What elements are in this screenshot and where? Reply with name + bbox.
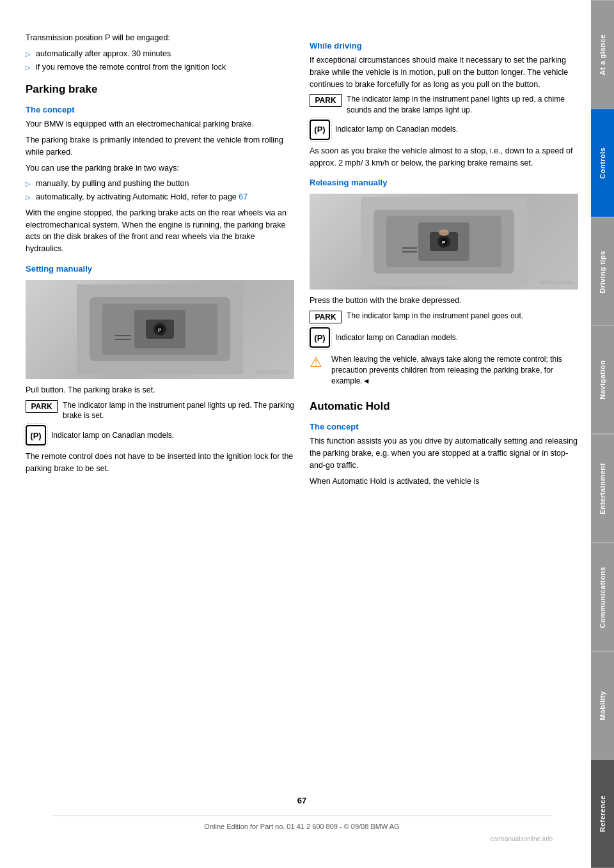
automatic-hold-concept-subtitle: The concept <box>310 422 578 431</box>
concept-para4: With the engine stopped, the parking bra… <box>26 207 294 255</box>
canadian-indicator-set: (P) Indicator lamp on Canadian models. <box>26 425 294 446</box>
automatic-hold-title: Automatic Hold <box>310 400 578 413</box>
concept-para2: The parking brake is primarily intended … <box>26 134 294 159</box>
sidebar-tab-at-a-glance[interactable]: At a glance <box>591 0 614 109</box>
while-driving-subtitle: While driving <box>310 41 578 50</box>
canadian-indicator-set-text: Indicator lamp on Canadian models. <box>51 430 174 441</box>
site-watermark: carmanualsonline.info <box>51 835 553 842</box>
remote-note: The remote control does not have to be i… <box>26 451 294 475</box>
page-footer-text: Online Edition for Part no. 01 41 2 600 … <box>51 816 553 833</box>
warning-text: When leaving the vehicle, always take al… <box>331 354 578 386</box>
automatic-hold-para1: This function assists you as you drive b… <box>310 435 578 471</box>
canadian-indicator-release-text: Indicator lamp on Canadian models. <box>335 332 458 343</box>
p-circle-icon-release: (P) <box>310 327 330 348</box>
canadian-indicator-release: (P) Indicator lamp on Canadian models. <box>310 327 578 348</box>
canadian-indicator-driving: (P) Indicator lamp on Canadian models. <box>310 120 578 140</box>
park-label-release: PARK <box>310 311 342 323</box>
concept-para3: You can use the parking brake in two way… <box>26 162 294 174</box>
concept-subtitle: The concept <box>26 105 294 114</box>
setting-manually-image: P WFWK1GKN <box>26 280 294 379</box>
img-watermark-left: WFWK1GKN <box>255 369 289 375</box>
sidebar-tab-communications[interactable]: Communications <box>591 543 614 651</box>
intro-bullet-1: automatically after approx. 30 minutes <box>26 48 294 60</box>
p-circle-icon-set: (P) <box>26 425 46 446</box>
intro-bullet-2: if you remove the remote control from th… <box>26 61 294 74</box>
park-label-driving: PARK <box>310 94 342 107</box>
sidebar-tab-reference[interactable]: Reference <box>591 759 614 868</box>
releasing-manually-subtitle: Releasing manually <box>310 178 578 187</box>
park-indicator-driving-text: The indicator lamp in the instrument pan… <box>347 94 578 116</box>
releasing-manually-image: P WFWK1GKN <box>310 194 578 290</box>
setting-manually-caption: Pull button. The parking brake is set. <box>26 384 294 396</box>
park-indicator-set-text: The indicator lamp in the instrument pan… <box>63 400 294 422</box>
canadian-indicator-driving-text: Indicator lamp on Canadian models. <box>335 124 458 135</box>
park-label-set: PARK <box>26 400 58 413</box>
img-watermark-right: WFWK1GKN <box>539 279 573 286</box>
intro-line1: Transmission position P will be engaged: <box>26 32 294 44</box>
sidebar: At a glance Controls Driving tips Naviga… <box>591 0 614 868</box>
right-column: While driving If exceptional circumstanc… <box>310 32 578 780</box>
p-circle-icon-driving: (P) <box>310 120 330 140</box>
sidebar-tab-driving-tips[interactable]: Driving tips <box>591 217 614 326</box>
park-indicator-set: PARK The indicator lamp in the instrumen… <box>26 400 294 422</box>
footer-area: 67 Online Edition for Part no. 01 41 2 6… <box>26 793 578 855</box>
automatic-hold-para2: When Automatic Hold is activated, the ve… <box>310 476 578 488</box>
sidebar-tab-mobility[interactable]: Mobility <box>591 651 614 760</box>
sidebar-tab-controls[interactable]: Controls <box>591 109 614 217</box>
concept-para1: Your BMW is equipped with an electromech… <box>26 118 294 130</box>
park-indicator-driving: PARK The indicator lamp in the instrumen… <box>310 94 578 116</box>
parking-brake-title: Parking brake <box>26 83 294 96</box>
warning-triangle-icon: ⚠ <box>310 354 326 371</box>
svg-point-18 <box>439 229 449 236</box>
as-soon-as-text: As soon as you brake the vehicle almost … <box>310 145 578 169</box>
setting-manually-subtitle: Setting manually <box>26 264 294 274</box>
park-indicator-release-text: The indicator lamp in the instrument pan… <box>347 311 523 322</box>
concept-bullets: manually, by pulling and pushing the but… <box>26 178 294 203</box>
svg-text:P: P <box>442 240 446 245</box>
intro-section: Transmission position P will be engaged:… <box>26 32 294 73</box>
concept-bullet-1: manually, by pulling and pushing the but… <box>26 178 294 190</box>
while-driving-para1: If exceptional circumstances should make… <box>310 54 578 90</box>
warning-box: ⚠ When leaving the vehicle, always take … <box>310 354 578 390</box>
left-column: Transmission position P will be engaged:… <box>26 32 294 780</box>
sidebar-tab-entertainment[interactable]: Entertainment <box>591 434 614 543</box>
intro-bullets: automatically after approx. 30 minutes i… <box>26 48 294 74</box>
svg-text:P: P <box>158 327 162 333</box>
concept-bullet-2: automatically, by activating Automatic H… <box>26 191 294 203</box>
sidebar-tab-navigation[interactable]: Navigation <box>591 325 614 434</box>
page-number: 67 <box>51 796 553 805</box>
park-indicator-release: PARK The indicator lamp in the instrumen… <box>310 311 578 323</box>
page-ref-link[interactable]: 67 <box>239 192 248 201</box>
releasing-caption: Press the button with the brake depresse… <box>310 295 578 307</box>
